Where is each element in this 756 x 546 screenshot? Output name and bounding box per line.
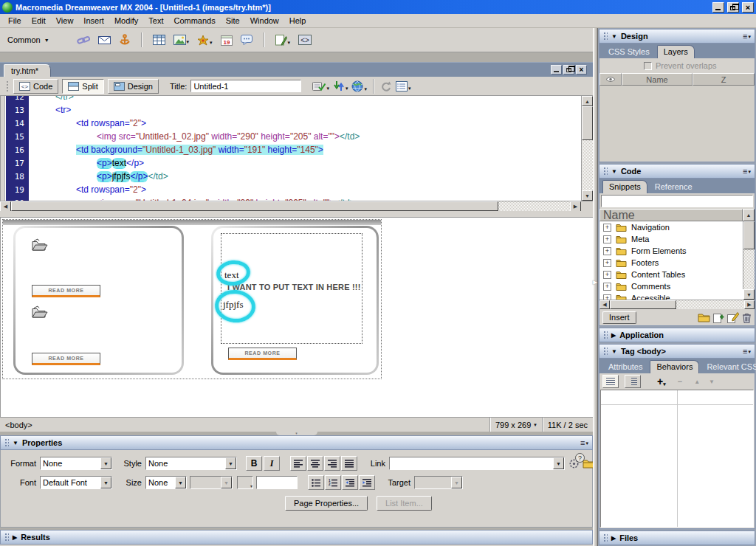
code-line-14[interactable]: 14<td rowspan="2"> xyxy=(1,117,580,130)
tab-behaviors[interactable]: Behaviors xyxy=(650,360,699,373)
add-behavior-button[interactable]: +▾ xyxy=(657,376,666,387)
read-more-button[interactable]: READ MORE xyxy=(32,353,100,365)
hyperlink-icon[interactable] xyxy=(77,34,90,46)
scroll-up-icon[interactable]: ▲ xyxy=(582,96,593,106)
snippet-accessible[interactable]: +Accessible xyxy=(599,292,755,300)
results-panel-header[interactable]: ▶ Results xyxy=(0,530,593,545)
page-properties-button[interactable]: Page Properties... xyxy=(285,496,368,511)
code-line-19[interactable]: 19<td rowspan="2"> xyxy=(1,183,580,196)
tab-attributes[interactable]: Attributes xyxy=(602,361,648,373)
doc-restore-button[interactable] xyxy=(563,65,574,75)
name-column-header[interactable]: Name xyxy=(622,73,693,86)
show-set-events-icon[interactable] xyxy=(602,375,619,388)
snippet-form-elements[interactable]: +Form Elements xyxy=(599,245,755,257)
files-panel-header[interactable]: ▶ Files xyxy=(599,531,755,545)
menu-view[interactable]: View xyxy=(51,15,79,27)
scroll-up-icon[interactable]: ▲ xyxy=(743,209,755,221)
tab-layers[interactable]: Layers xyxy=(657,45,695,58)
close-button[interactable]: × xyxy=(742,2,754,13)
edit-snippet-icon[interactable] xyxy=(727,312,739,323)
panel-options-icon[interactable]: ≡▾ xyxy=(580,439,588,446)
read-more-button[interactable]: READ MORE xyxy=(228,348,297,360)
date-icon[interactable]: 19 xyxy=(221,35,233,46)
templates-icon[interactable]: ▾ xyxy=(275,35,291,46)
tab-snippets[interactable]: Snippets xyxy=(602,180,647,193)
window-size-selector[interactable]: 799 x 269▾ xyxy=(489,418,542,432)
code-line-16[interactable]: 16<td background="Untitled-1_03.jpg" wid… xyxy=(1,143,580,156)
text-color-swatch[interactable]: ▾ xyxy=(237,476,253,489)
unordered-list-icon[interactable] xyxy=(308,475,324,490)
view-options-icon[interactable]: ▾ xyxy=(396,81,411,91)
eye-column-header[interactable] xyxy=(599,73,622,86)
scrollbar-thumb[interactable] xyxy=(582,106,593,140)
refresh-icon[interactable] xyxy=(380,81,392,91)
align-justify-icon[interactable] xyxy=(341,456,357,471)
doc-minimize-button[interactable] xyxy=(551,65,562,75)
code-view[interactable]: 12</tr>13<tr>14<td rowspan="2">15<img sr… xyxy=(0,96,593,201)
expand-icon[interactable]: + xyxy=(603,271,611,279)
panel-grip[interactable] xyxy=(603,167,608,176)
scroll-down-icon[interactable]: ▼ xyxy=(582,190,593,201)
design-view[interactable]: READ MORE READ MORE text I WANT TO PUT T… xyxy=(0,218,593,417)
snippet-footers[interactable]: +Footers xyxy=(599,257,755,269)
bold-button[interactable]: B xyxy=(246,456,262,471)
tab-css-styles[interactable]: CSS Styles xyxy=(602,46,656,58)
align-center-icon[interactable] xyxy=(307,456,323,471)
comment-icon[interactable] xyxy=(241,35,253,45)
menu-modify[interactable]: Modify xyxy=(109,15,143,27)
image-icon[interactable]: ▾ xyxy=(173,35,190,45)
validate-markup-icon[interactable]: ▾ xyxy=(312,80,329,91)
menu-help[interactable]: Help xyxy=(284,15,312,27)
tab-reference[interactable]: Reference xyxy=(649,181,698,193)
menu-edit[interactable]: Edit xyxy=(27,15,51,27)
expand-icon[interactable]: + xyxy=(603,224,611,232)
document-tab[interactable]: try.htm* xyxy=(4,64,51,77)
layers-empty-list[interactable] xyxy=(599,86,755,162)
size-dropdown[interactable]: None▼ xyxy=(145,476,187,489)
format-dropdown[interactable]: None▼ xyxy=(40,457,112,470)
new-folder-icon[interactable] xyxy=(698,313,710,322)
split-view-button[interactable]: Split xyxy=(62,79,103,94)
code-vertical-scrollbar[interactable]: ▲ ▼ xyxy=(581,96,593,201)
z-column-header[interactable]: Z xyxy=(693,73,755,86)
code-line-17[interactable]: 17<p>text</p> xyxy=(1,156,580,170)
menu-text[interactable]: Text xyxy=(143,15,168,27)
tab-relevant-css[interactable]: Relevant CSS xyxy=(701,361,756,373)
insert-category-dropdown[interactable]: Common▼ xyxy=(7,35,49,44)
color-value-field[interactable] xyxy=(256,476,298,489)
expand-icon[interactable]: + xyxy=(603,247,611,255)
panel-options-icon[interactable]: ≡▾ xyxy=(743,167,751,175)
snippet-navigation[interactable]: +Navigation xyxy=(599,221,755,233)
scroll-right-icon[interactable]: ▶ xyxy=(570,201,581,212)
code-line-20[interactable]: 20<img src="Untitled-1_04.jpg" width="29… xyxy=(1,196,580,201)
panel-grip[interactable] xyxy=(603,32,608,41)
read-more-button[interactable]: READ MORE xyxy=(32,285,100,297)
dock-collapse-strip[interactable]: ▶ xyxy=(593,28,598,546)
link-input[interactable]: ▼ xyxy=(389,457,565,470)
style-dropdown[interactable]: None▼ xyxy=(145,457,237,470)
panel-options-icon[interactable]: ≡▾ xyxy=(743,348,751,355)
panel-grip[interactable] xyxy=(603,533,608,542)
scroll-left-icon[interactable]: ◀ xyxy=(0,201,11,212)
preview-browser-icon[interactable]: ▾ xyxy=(351,80,367,92)
code-line-18[interactable]: 18<p>jfpjfs</p></td> xyxy=(1,170,580,183)
snippet-content-tables[interactable]: +Content Tables xyxy=(599,269,755,280)
scrollbar-thumb[interactable] xyxy=(610,300,676,309)
delete-snippet-icon[interactable] xyxy=(742,312,752,323)
help-icon[interactable]: ? xyxy=(575,453,585,463)
align-left-icon[interactable] xyxy=(290,456,306,471)
code-line-13[interactable]: 13<tr> xyxy=(1,103,580,117)
indent-icon[interactable] xyxy=(359,475,375,490)
scroll-left-icon[interactable]: ◀ xyxy=(599,300,610,309)
panel-grip[interactable] xyxy=(4,438,9,447)
code-horizontal-scrollbar[interactable]: ◀ ▶ xyxy=(0,201,593,211)
panel-grip[interactable] xyxy=(4,533,9,542)
code-design-splitter[interactable] xyxy=(0,211,593,218)
toolbar-grip[interactable] xyxy=(6,80,10,92)
code-view-button[interactable]: <> Code xyxy=(13,79,58,94)
panel-grip[interactable] xyxy=(603,347,608,356)
scroll-right-icon[interactable]: ▶ xyxy=(744,300,755,309)
code-panel-header[interactable]: ▼ Code ≡▾ xyxy=(599,164,755,179)
properties-collapse-handle[interactable]: ▾ xyxy=(276,432,317,435)
menu-window[interactable]: Window xyxy=(245,15,284,27)
